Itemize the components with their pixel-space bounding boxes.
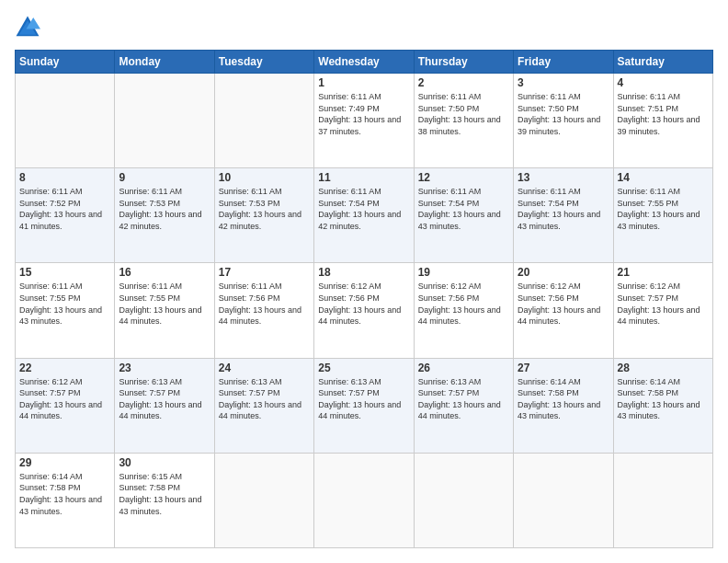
logo-icon: [15, 15, 40, 40]
calendar-cell: 8 Sunrise: 6:11 AMSunset: 7:52 PMDayligh…: [16, 168, 115, 263]
calendar-cell: 10 Sunrise: 6:11 AMSunset: 7:53 PMDaylig…: [214, 168, 313, 263]
day-number: 12: [418, 171, 509, 184]
calendar-cell: [613, 453, 712, 547]
day-number: 20: [518, 266, 609, 279]
calendar-week-row: 22 Sunrise: 6:12 AMSunset: 7:57 PMDaylig…: [16, 358, 713, 453]
day-number: 28: [618, 362, 709, 374]
day-number: 16: [119, 266, 210, 279]
day-info: Sunrise: 6:11 AMSunset: 7:54 PMDaylight:…: [418, 187, 501, 231]
day-info: Sunrise: 6:11 AMSunset: 7:50 PMDaylight:…: [418, 92, 501, 136]
calendar-table: SundayMondayTuesdayWednesdayThursdayFrid…: [15, 50, 713, 548]
day-info: Sunrise: 6:14 AMSunset: 7:58 PMDaylight:…: [19, 472, 102, 516]
calendar-cell: 16 Sunrise: 6:11 AMSunset: 7:55 PMDaylig…: [115, 263, 214, 358]
calendar-cell: [414, 453, 513, 547]
day-info: Sunrise: 6:11 AMSunset: 7:53 PMDaylight:…: [119, 187, 201, 231]
day-number: 9: [119, 171, 210, 184]
day-info: Sunrise: 6:11 AMSunset: 7:53 PMDaylight:…: [219, 187, 301, 231]
day-info: Sunrise: 6:14 AMSunset: 7:58 PMDaylight:…: [518, 377, 600, 421]
day-number: 4: [618, 76, 709, 89]
calendar-cell: [214, 74, 313, 168]
day-number: 10: [219, 171, 310, 184]
calendar-day-header: Sunday: [16, 51, 115, 74]
calendar-day-header: Saturday: [613, 51, 712, 74]
calendar-cell: 23 Sunrise: 6:13 AMSunset: 7:57 PMDaylig…: [115, 358, 214, 453]
day-info: Sunrise: 6:13 AMSunset: 7:57 PMDaylight:…: [119, 377, 201, 421]
calendar-cell: [214, 453, 313, 547]
calendar-week-row: 1 Sunrise: 6:11 AMSunset: 7:49 PMDayligh…: [16, 74, 713, 168]
day-info: Sunrise: 6:12 AMSunset: 7:57 PMDaylight:…: [19, 377, 102, 421]
calendar-cell: 30 Sunrise: 6:15 AMSunset: 7:58 PMDaylig…: [115, 453, 214, 547]
day-info: Sunrise: 6:11 AMSunset: 7:54 PMDaylight:…: [518, 187, 600, 231]
day-info: Sunrise: 6:11 AMSunset: 7:56 PMDaylight:…: [219, 282, 301, 326]
day-number: 14: [618, 171, 709, 184]
calendar-day-header: Friday: [514, 51, 613, 74]
calendar-cell: 4 Sunrise: 6:11 AMSunset: 7:51 PMDayligh…: [613, 74, 712, 168]
calendar-day-header: Thursday: [414, 51, 513, 74]
calendar-cell: 27 Sunrise: 6:14 AMSunset: 7:58 PMDaylig…: [514, 358, 613, 453]
calendar-cell: 19 Sunrise: 6:12 AMSunset: 7:56 PMDaylig…: [414, 263, 513, 358]
calendar-header-row: SundayMondayTuesdayWednesdayThursdayFrid…: [16, 51, 713, 74]
day-info: Sunrise: 6:12 AMSunset: 7:57 PMDaylight:…: [618, 282, 700, 326]
day-info: Sunrise: 6:14 AMSunset: 7:58 PMDaylight:…: [618, 377, 700, 421]
day-number: 29: [19, 456, 110, 469]
day-number: 23: [119, 362, 210, 374]
day-info: Sunrise: 6:11 AMSunset: 7:55 PMDaylight:…: [19, 282, 102, 326]
day-info: Sunrise: 6:11 AMSunset: 7:54 PMDaylight:…: [318, 187, 401, 231]
day-number: 2: [418, 76, 509, 89]
day-info: Sunrise: 6:11 AMSunset: 7:49 PMDaylight:…: [318, 92, 401, 136]
calendar-week-row: 8 Sunrise: 6:11 AMSunset: 7:52 PMDayligh…: [16, 168, 713, 263]
calendar-cell: [314, 453, 414, 547]
day-number: 13: [518, 171, 609, 184]
calendar-cell: 22 Sunrise: 6:12 AMSunset: 7:57 PMDaylig…: [16, 358, 115, 453]
calendar-cell: 29 Sunrise: 6:14 AMSunset: 7:58 PMDaylig…: [16, 453, 115, 547]
calendar-day-header: Tuesday: [214, 51, 313, 74]
day-number: 11: [318, 171, 409, 184]
calendar-cell: 26 Sunrise: 6:13 AMSunset: 7:57 PMDaylig…: [414, 358, 513, 453]
calendar-cell: 25 Sunrise: 6:13 AMSunset: 7:57 PMDaylig…: [314, 358, 414, 453]
calendar-cell: 14 Sunrise: 6:11 AMSunset: 7:55 PMDaylig…: [613, 168, 712, 263]
day-info: Sunrise: 6:11 AMSunset: 7:55 PMDaylight:…: [119, 282, 201, 326]
calendar-cell: 21 Sunrise: 6:12 AMSunset: 7:57 PMDaylig…: [613, 263, 712, 358]
calendar-cell: 15 Sunrise: 6:11 AMSunset: 7:55 PMDaylig…: [16, 263, 115, 358]
day-number: 1: [318, 76, 409, 89]
day-info: Sunrise: 6:12 AMSunset: 7:56 PMDaylight:…: [318, 282, 401, 326]
day-number: 3: [518, 76, 609, 89]
day-info: Sunrise: 6:11 AMSunset: 7:51 PMDaylight:…: [618, 92, 700, 136]
day-info: Sunrise: 6:13 AMSunset: 7:57 PMDaylight:…: [418, 377, 501, 421]
calendar-cell: 12 Sunrise: 6:11 AMSunset: 7:54 PMDaylig…: [414, 168, 513, 263]
day-info: Sunrise: 6:13 AMSunset: 7:57 PMDaylight:…: [219, 377, 301, 421]
page: SundayMondayTuesdayWednesdayThursdayFrid…: [0, 0, 728, 563]
calendar-week-row: 29 Sunrise: 6:14 AMSunset: 7:58 PMDaylig…: [16, 453, 713, 547]
calendar-week-row: 15 Sunrise: 6:11 AMSunset: 7:55 PMDaylig…: [16, 263, 713, 358]
calendar-cell: 28 Sunrise: 6:14 AMSunset: 7:58 PMDaylig…: [613, 358, 712, 453]
header: [15, 15, 713, 40]
day-number: 17: [219, 266, 310, 279]
day-number: 18: [318, 266, 409, 279]
calendar-day-header: Wednesday: [314, 51, 414, 74]
day-number: 24: [219, 362, 310, 374]
calendar-cell: 1 Sunrise: 6:11 AMSunset: 7:49 PMDayligh…: [314, 74, 414, 168]
calendar-cell: [16, 74, 115, 168]
day-number: 25: [318, 362, 409, 374]
calendar-cell: 20 Sunrise: 6:12 AMSunset: 7:56 PMDaylig…: [514, 263, 613, 358]
logo: [15, 15, 44, 40]
day-info: Sunrise: 6:11 AMSunset: 7:50 PMDaylight:…: [518, 92, 600, 136]
calendar-cell: [115, 74, 214, 168]
day-info: Sunrise: 6:12 AMSunset: 7:56 PMDaylight:…: [518, 282, 600, 326]
calendar-cell: 18 Sunrise: 6:12 AMSunset: 7:56 PMDaylig…: [314, 263, 414, 358]
calendar-cell: 2 Sunrise: 6:11 AMSunset: 7:50 PMDayligh…: [414, 74, 513, 168]
day-number: 27: [518, 362, 609, 374]
day-number: 21: [618, 266, 709, 279]
calendar-day-header: Monday: [115, 51, 214, 74]
day-number: 15: [19, 266, 110, 279]
calendar-cell: 11 Sunrise: 6:11 AMSunset: 7:54 PMDaylig…: [314, 168, 414, 263]
calendar-cell: 9 Sunrise: 6:11 AMSunset: 7:53 PMDayligh…: [115, 168, 214, 263]
calendar-cell: 17 Sunrise: 6:11 AMSunset: 7:56 PMDaylig…: [214, 263, 313, 358]
day-number: 30: [119, 456, 210, 469]
calendar-cell: 3 Sunrise: 6:11 AMSunset: 7:50 PMDayligh…: [514, 74, 613, 168]
calendar-cell: [514, 453, 613, 547]
day-info: Sunrise: 6:11 AMSunset: 7:55 PMDaylight:…: [618, 187, 700, 231]
day-number: 22: [19, 362, 110, 374]
calendar-cell: 24 Sunrise: 6:13 AMSunset: 7:57 PMDaylig…: [214, 358, 313, 453]
day-info: Sunrise: 6:13 AMSunset: 7:57 PMDaylight:…: [318, 377, 401, 421]
